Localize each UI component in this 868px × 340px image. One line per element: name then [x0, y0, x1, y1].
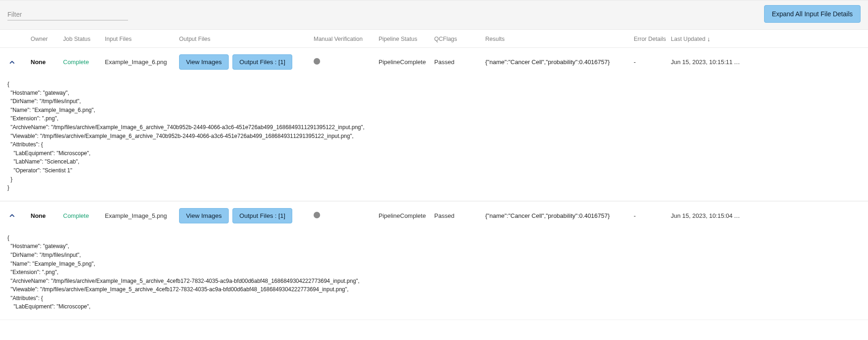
- cell-last-updated: Jun 15, 2023, 10:15:04 AM: [671, 212, 745, 219]
- th-qc-flags[interactable]: QCFlags: [434, 36, 485, 42]
- sort-arrow-down-icon: ↓: [707, 35, 710, 43]
- cell-input-file: Example_Image_5.png: [105, 212, 179, 219]
- status-dot-icon: [314, 58, 320, 65]
- filter-input[interactable]: [7, 8, 128, 20]
- cell-owner: None: [31, 212, 63, 219]
- cell-manual-verification: [314, 212, 379, 220]
- th-results[interactable]: Results: [485, 36, 634, 42]
- expand-toggle[interactable]: [7, 211, 31, 220]
- chevron-up-icon: [7, 211, 17, 220]
- cell-manual-verification: [314, 58, 379, 66]
- expand-toggle[interactable]: [7, 58, 31, 67]
- view-images-button[interactable]: View Images: [179, 208, 229, 223]
- status-dot-icon: [314, 212, 320, 218]
- cell-job-status: Complete: [63, 212, 105, 219]
- cell-input-file: Example_Image_6.png: [105, 59, 179, 65]
- th-error-details[interactable]: Error Details: [634, 36, 671, 42]
- cell-job-status: Complete: [63, 59, 105, 65]
- cell-error-details: -: [634, 59, 671, 65]
- view-images-button[interactable]: View Images: [179, 54, 229, 70]
- output-files-button[interactable]: Output Files : [1]: [232, 208, 292, 223]
- cell-qc-flags: Passed: [434, 212, 485, 219]
- row-details: { "Hostname": "gateway", "DirName": "/tm…: [0, 230, 868, 320]
- chevron-up-icon: [7, 58, 17, 67]
- table-row: NoneCompleteExample_Image_6.pngView Imag…: [0, 48, 868, 76]
- table-header: Owner Job Status Input Files Output File…: [0, 30, 868, 48]
- cell-owner: None: [31, 59, 63, 65]
- th-pipeline-status[interactable]: Pipeline Status: [379, 36, 434, 42]
- cell-output-files: View ImagesOutput Files : [1]: [179, 54, 314, 70]
- th-owner[interactable]: Owner: [31, 36, 63, 42]
- table-row: NoneCompleteExample_Image_5.pngView Imag…: [0, 201, 868, 230]
- rows-container: NoneCompleteExample_Image_6.pngView Imag…: [0, 48, 868, 320]
- th-manual-verification[interactable]: Manual Verification: [314, 36, 379, 42]
- cell-results: {"name":"Cancer Cell","probability":0.40…: [485, 59, 634, 65]
- cell-pipeline-status: PipelineComplete: [379, 212, 434, 219]
- output-files-button[interactable]: Output Files : [1]: [232, 54, 292, 70]
- th-job-status[interactable]: Job Status: [63, 36, 105, 42]
- expand-all-button[interactable]: Expand All Input File Details: [764, 5, 861, 23]
- cell-last-updated: Jun 15, 2023, 10:15:11 AM: [671, 59, 745, 65]
- th-last-updated[interactable]: Last Updated ↓: [671, 35, 745, 43]
- filter-wrap: [7, 8, 128, 20]
- toolbar: Expand All Input File Details: [0, 0, 868, 30]
- th-last-updated-label: Last Updated: [671, 36, 705, 42]
- cell-qc-flags: Passed: [434, 59, 485, 65]
- cell-results: {"name":"Cancer Cell","probability":0.40…: [485, 212, 634, 219]
- row-details: { "Hostname": "gateway", "DirName": "/tm…: [0, 76, 868, 201]
- cell-error-details: -: [634, 212, 671, 219]
- th-output-files[interactable]: Output Files: [179, 36, 314, 42]
- cell-pipeline-status: PipelineComplete: [379, 59, 434, 65]
- th-input-files[interactable]: Input Files: [105, 36, 179, 42]
- cell-output-files: View ImagesOutput Files : [1]: [179, 208, 314, 223]
